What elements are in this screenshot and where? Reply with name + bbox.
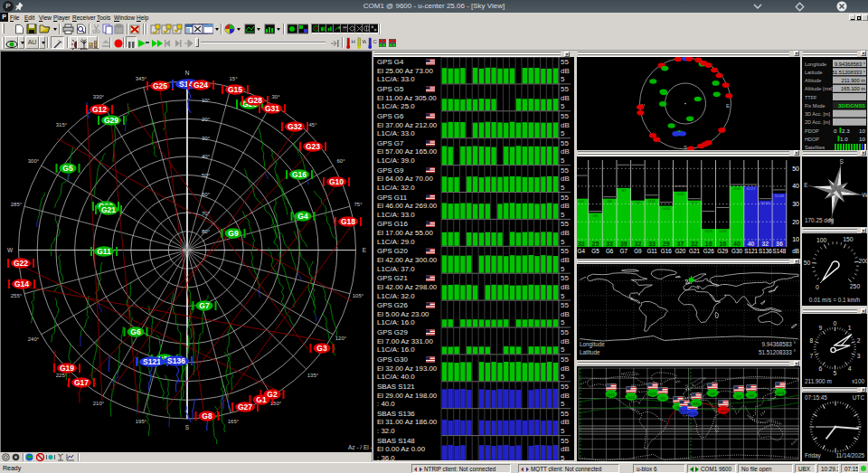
svg-text:G14: G14: [14, 279, 29, 289]
svg-text:W: W: [7, 247, 14, 253]
svg-text:dB: dB: [561, 229, 570, 237]
svg-text:L1C/A: 39.0: L1C/A: 39.0: [377, 156, 415, 165]
svg-text:L1C/A: 16.0: L1C/A: 16.0: [377, 318, 415, 326]
svg-text:: 40.0: : 40.0: [377, 400, 395, 408]
svg-text:5: 5: [561, 211, 565, 219]
svg-text:El 64.00 Az 70.00: El 64.00 Az 70.00: [377, 175, 433, 183]
svg-text:G17: G17: [74, 378, 89, 387]
svg-text:El 17.00 Az 55.00: El 17.00 Az 55.00: [377, 229, 433, 237]
svg-text:211.900 m: 211.900 m: [842, 78, 866, 83]
svg-text:G7: G7: [710, 392, 715, 396]
svg-text:120°: 120°: [335, 336, 347, 341]
svg-text:225°: 225°: [56, 373, 68, 378]
svg-text:36: 36: [776, 241, 783, 247]
svg-text:El 29.00 Az 198.00: El 29.00 Az 198.00: [377, 392, 438, 400]
svg-text:55: 55: [561, 194, 569, 202]
svg-text:G11: G11: [608, 393, 615, 397]
svg-text:G25: G25: [153, 81, 167, 90]
svg-text:5: 5: [561, 75, 565, 83]
svg-text:200: 200: [859, 258, 867, 264]
svg-text:dB: dB: [561, 147, 570, 156]
svg-text:L1C/A: 16.0: L1C/A: 16.0: [377, 345, 415, 354]
svg-text:51.51208333 °: 51.51208333 °: [759, 349, 797, 355]
svg-text:G23: G23: [720, 409, 728, 413]
svg-text:100: 100: [816, 237, 827, 243]
svg-text:135°: 135°: [307, 373, 319, 378]
svg-text:40°: 40°: [202, 154, 211, 159]
svg-text:3: 3: [857, 353, 861, 359]
svg-text:10: 10: [792, 236, 799, 242]
svg-text:40: 40: [733, 241, 741, 247]
svg-text:55: 55: [561, 166, 569, 175]
svg-text:1: 1: [848, 325, 852, 331]
svg-text:55: 55: [561, 247, 569, 255]
svg-text:G2: G2: [267, 390, 278, 399]
svg-text:GPS G21: GPS G21: [377, 274, 408, 282]
svg-text:G6: G6: [607, 199, 612, 203]
svg-text:55: 55: [561, 139, 569, 147]
svg-text:150: 150: [843, 236, 854, 242]
svg-text:50: 50: [804, 260, 811, 266]
svg-text:c: c: [59, 454, 61, 458]
svg-text:dB: dB: [561, 364, 570, 373]
svg-text:L1C/A: 33.0: L1C/A: 33.0: [377, 75, 415, 83]
svg-text:GPS G30: GPS G30: [377, 355, 408, 364]
svg-text:GPS G20: GPS G20: [377, 247, 408, 255]
svg-text:G4: G4: [297, 212, 308, 221]
svg-text:45°: 45°: [308, 122, 317, 128]
svg-text:S148: S148: [773, 248, 787, 254]
svg-text:30°: 30°: [202, 136, 211, 141]
svg-text:El 42.00 Az 300.00: El 42.00 Az 300.00: [377, 256, 438, 264]
svg-text:dB: dB: [561, 175, 570, 183]
svg-text:5: 5: [561, 400, 565, 408]
svg-text:32: 32: [635, 241, 642, 247]
svg-text:2D Acc. [m]: 2D Acc. [m]: [805, 119, 831, 125]
svg-text:G5: G5: [660, 396, 665, 401]
svg-text:dB: dB: [561, 121, 570, 129]
svg-text:210°: 210°: [93, 401, 105, 406]
svg-text:5: 5: [561, 318, 565, 326]
svg-text:GPS G26: GPS G26: [377, 301, 408, 309]
svg-text:9.94368583 °: 9.94368583 °: [761, 341, 796, 347]
svg-text:G30: G30: [693, 402, 701, 406]
svg-text:3D/DGNSS: 3D/DGNSS: [838, 103, 865, 109]
svg-text:PDOP: PDOP: [805, 128, 819, 134]
svg-text:60°: 60°: [336, 158, 345, 164]
svg-text:0: 0: [834, 320, 837, 326]
svg-text:L1C/A: 32.0: L1C/A: 32.0: [377, 184, 415, 192]
svg-text:GPS G29: GPS G29: [377, 328, 408, 336]
svg-text:UTC: UTC: [853, 394, 865, 401]
svg-text:5: 5: [561, 454, 565, 460]
svg-text:El 46.00 Az 269.00: El 46.00 Az 269.00: [377, 202, 438, 210]
svg-text:16: 16: [719, 241, 726, 247]
svg-text:51.51208333 °: 51.51208333 °: [832, 70, 865, 75]
svg-text:G5: G5: [591, 248, 599, 254]
svg-text:170.25 deg: 170.25 deg: [805, 217, 834, 224]
svg-text:39: 39: [620, 241, 627, 247]
svg-text:Fix Mode: Fix Mode: [805, 103, 826, 109]
svg-text:G9: G9: [736, 394, 741, 399]
svg-text:285°: 285°: [11, 202, 23, 207]
svg-text:C: C: [373, 39, 378, 44]
svg-text:dB: dB: [561, 256, 570, 264]
svg-text:L1C/A: 37.0: L1C/A: 37.0: [377, 265, 415, 273]
svg-text:GPS G16: GPS G16: [377, 220, 408, 228]
svg-text:G11: G11: [97, 247, 111, 256]
svg-text:H: H: [352, 39, 355, 44]
svg-text:S136: S136: [688, 412, 698, 416]
svg-text:G15: G15: [228, 85, 242, 94]
svg-text:33: 33: [648, 241, 656, 247]
svg-text:S136: S136: [759, 248, 772, 254]
svg-text:L1C/A: 25.0: L1C/A: 25.0: [377, 102, 415, 110]
svg-text:: 32.0: : 32.0: [377, 427, 395, 435]
svg-text:5: 5: [561, 184, 565, 192]
svg-text:S: S: [684, 145, 687, 150]
svg-text:L1C/A: 32.0: L1C/A: 32.0: [377, 292, 415, 300]
svg-text:El 57.00 Az 165.00: El 57.00 Az 165.00: [377, 147, 438, 156]
svg-text:G19: G19: [60, 364, 74, 373]
svg-text:9.94368583 °: 9.94368583 °: [835, 61, 865, 67]
svg-text:El 11.00 Az 305.00: El 11.00 Az 305.00: [377, 94, 437, 102]
svg-text:G5: G5: [593, 213, 599, 218]
svg-text:El 31.00 Az 186.00: El 31.00 Az 186.00: [377, 418, 438, 426]
svg-text:33: 33: [606, 241, 613, 247]
